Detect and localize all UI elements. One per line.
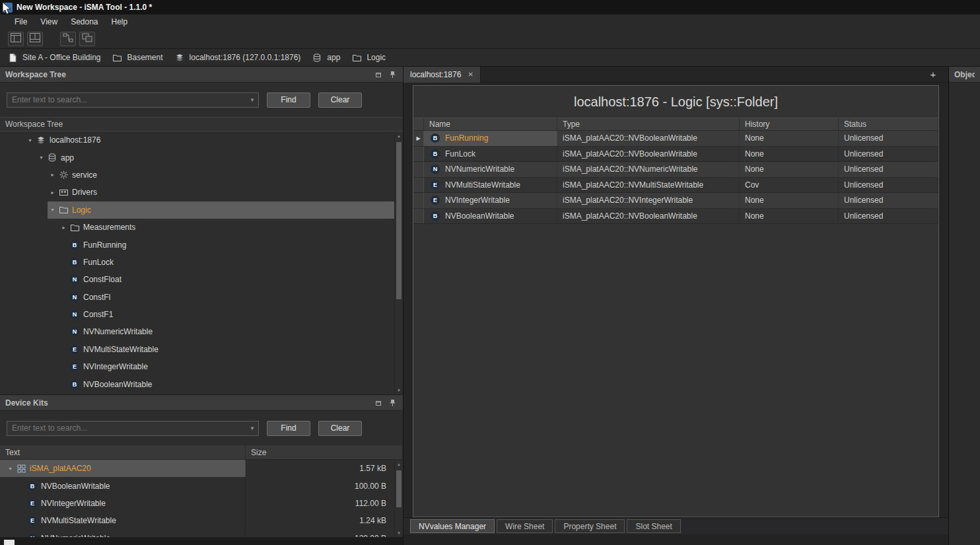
menu-view[interactable]: View xyxy=(34,16,64,28)
tree-node-label: app xyxy=(58,153,74,163)
menu-sedona[interactable]: Sedona xyxy=(64,16,104,28)
breadcrumb-item[interactable]: Site A - Office Building xyxy=(7,53,101,62)
view-tab-nvvalues-manager[interactable]: NVvalues Manager xyxy=(410,519,495,533)
tree-node-funlock[interactable]: BFunLock xyxy=(0,254,394,271)
scroll-down-icon[interactable]: ▾ xyxy=(395,386,403,394)
scrollbar-thumb[interactable] xyxy=(396,470,402,507)
table-row-nvmultistatewritable[interactable]: ENVMultiStateWritableiSMA_platAAC20::NVM… xyxy=(413,178,938,194)
tree-node-nvmultistatewritable[interactable]: ENVMultiStateWritable xyxy=(0,341,394,358)
document-tab[interactable]: localhost:1876✕ xyxy=(403,67,481,83)
clear-button[interactable]: Clear xyxy=(318,92,362,108)
table-row-nvbooleanwritable[interactable]: BNVBooleanWritableiSMA_platAAC20::NVBool… xyxy=(413,209,938,225)
tree-node-nvintegerwritable[interactable]: ENVIntegerWritable xyxy=(0,358,394,375)
expander-icon[interactable]: ▸ xyxy=(59,225,69,231)
wire-sheet-button[interactable] xyxy=(60,32,76,46)
workspace-search-input[interactable] xyxy=(7,95,246,104)
close-icon[interactable]: ✕ xyxy=(468,71,473,78)
restore-icon[interactable] xyxy=(373,398,384,408)
main-area: localhost:1876✕+ localhost:1876 - Logic … xyxy=(403,67,948,545)
kit-row-isma_plataac20[interactable]: ▾iSMA_platAAC201.57 kB xyxy=(0,460,394,477)
clear-button[interactable]: Clear xyxy=(318,421,362,436)
scroll-down-icon[interactable]: ▾ xyxy=(395,528,403,537)
tree-node-funrunning[interactable]: BFunRunning xyxy=(0,236,394,253)
breadcrumb-item[interactable]: localhost:1876 (127.0.0.1:1876) xyxy=(174,53,301,62)
tree-node-measurements[interactable]: ▸Measurements xyxy=(0,219,394,236)
row-name-label: FunRunning xyxy=(445,133,488,143)
expander-icon[interactable]: ▾ xyxy=(5,466,15,472)
tree-node-localhost:1876[interactable]: ▾localhost:1876 xyxy=(0,131,394,149)
tree-node-constf1[interactable]: NConstF1 xyxy=(0,306,394,323)
workspace-layout-button[interactable] xyxy=(8,32,24,46)
numeric-point-icon: N xyxy=(26,534,38,537)
scrollbar-thumb[interactable] xyxy=(396,142,402,299)
cell-status: Unlicensed xyxy=(839,193,938,208)
breadcrumb-item[interactable]: Basement xyxy=(112,53,163,62)
table-row-nvintegerwritable[interactable]: ENVIntegerWritableiSMA_platAAC20::NVInte… xyxy=(413,193,938,209)
view-tab-wire-sheet[interactable]: Wire Sheet xyxy=(497,519,553,533)
add-tab-button[interactable]: + xyxy=(927,69,939,80)
column-status[interactable]: Status xyxy=(839,118,938,130)
kits-search-input[interactable] xyxy=(7,423,246,433)
tree-node-drivers[interactable]: ▸Drivers xyxy=(0,184,394,201)
dock-windows-button[interactable] xyxy=(27,32,43,46)
table-row-nvnumericwritable[interactable]: NNVNumericWritableiSMA_platAAC20::NVNume… xyxy=(413,162,938,178)
boolean-point-icon: B xyxy=(429,211,441,221)
view-tab-slot-sheet[interactable]: Slot Sheet xyxy=(627,519,680,533)
tree-node-constfloat[interactable]: NConstFloat xyxy=(0,271,394,288)
column-type[interactable]: Type xyxy=(557,118,740,130)
breadcrumb-item[interactable]: Logic xyxy=(351,53,386,62)
kits-scrollbar[interactable]: ▴ ▾ xyxy=(394,460,403,537)
table-row-funrunning[interactable]: ▶BFunRunningiSMA_platAAC20::NVBooleanWri… xyxy=(413,131,938,147)
pin-icon[interactable] xyxy=(387,398,398,408)
enum-point-icon: E xyxy=(69,345,81,354)
scroll-up-icon[interactable]: ▴ xyxy=(395,460,403,468)
kit-row-nvmultistatewritable[interactable]: ENVMultiStateWritable1.24 kB xyxy=(0,512,394,529)
folder-icon xyxy=(69,224,81,231)
kit-row-nvnumericwritable[interactable]: NNVNumericWritable120.00 B xyxy=(0,530,394,537)
row-name-label: NVIntegerWritable xyxy=(445,196,510,205)
view-tab-property-sheet[interactable]: Property Sheet xyxy=(555,519,625,533)
table-row-funlock[interactable]: BFunLockiSMA_platAAC20::NVBooleanWritabl… xyxy=(413,147,938,163)
tree-node-label: NVNumericWritable xyxy=(81,327,153,336)
tree-column-header[interactable]: Workspace Tree xyxy=(0,117,403,131)
menu-file[interactable]: File xyxy=(8,16,34,28)
database-icon xyxy=(311,54,323,62)
tree-node-service[interactable]: ▸service xyxy=(0,166,394,184)
column-name[interactable]: Name xyxy=(424,118,557,130)
restore-icon[interactable] xyxy=(373,69,384,80)
views-button[interactable] xyxy=(79,32,95,46)
find-button[interactable]: Find xyxy=(267,421,310,436)
expander-icon[interactable]: ▾ xyxy=(48,207,57,213)
kits-search-box: ▾ xyxy=(7,421,259,436)
main-filler xyxy=(403,534,948,545)
expander-icon[interactable]: ▸ xyxy=(48,172,57,178)
column-size[interactable]: Size xyxy=(246,445,403,459)
expander-icon[interactable]: ▾ xyxy=(25,137,35,143)
tree-node-logic[interactable]: ▾Logic xyxy=(0,201,394,219)
device-kits-body: ▾iSMA_platAAC201.57 kBBNVBooleanWritable… xyxy=(0,460,403,537)
chevron-down-icon[interactable]: ▾ xyxy=(246,96,258,103)
tree-node-nvnumericwritable[interactable]: NNVNumericWritable xyxy=(0,323,394,340)
tree-node-nvbooleanwritable[interactable]: BNVBooleanWritable xyxy=(0,375,394,392)
boolean-point-icon: B xyxy=(429,133,441,143)
breadcrumb-item[interactable]: app xyxy=(311,53,340,62)
device-kits-panel-header: Device Kits xyxy=(0,395,403,411)
folder-icon xyxy=(57,206,69,213)
column-text[interactable]: Text xyxy=(0,445,246,459)
expander-icon[interactable]: ▸ xyxy=(48,190,57,196)
expander-icon[interactable]: ▾ xyxy=(36,155,46,161)
tree-node-constfl[interactable]: NConstFl xyxy=(0,289,394,306)
chevron-down-icon[interactable]: ▾ xyxy=(246,425,258,431)
scroll-up-icon[interactable]: ▴ xyxy=(395,131,403,140)
pin-icon[interactable] xyxy=(387,69,398,80)
kit-row-nvbooleanwritable[interactable]: BNVBooleanWritable100.00 B xyxy=(0,477,394,494)
find-button[interactable]: Find xyxy=(267,92,310,108)
cell-type: iSMA_platAAC20::NVBooleanWritable xyxy=(557,147,740,162)
breadcrumb-label: Basement xyxy=(127,53,163,62)
column-history[interactable]: History xyxy=(740,118,839,130)
kit-row-nvintegerwritable[interactable]: ENVIntegerWritable112.00 B xyxy=(0,495,394,512)
menu-help[interactable]: Help xyxy=(105,16,135,28)
toolbar xyxy=(0,29,980,49)
tree-scrollbar[interactable]: ▴ ▾ xyxy=(394,131,403,394)
tree-node-app[interactable]: ▾app xyxy=(0,149,394,166)
